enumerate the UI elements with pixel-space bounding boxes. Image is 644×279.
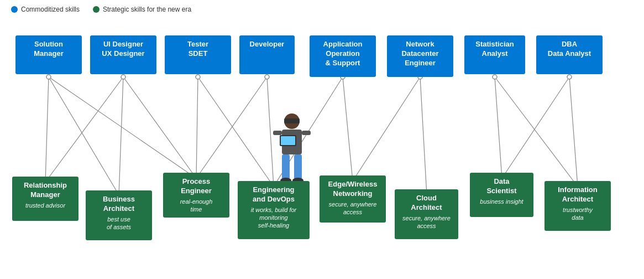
app-operation-box: ApplicationOperation& Support: [310, 35, 376, 77]
svg-point-25: [567, 75, 572, 79]
diagram: SolutionManager UI DesignerUX Designer T…: [0, 19, 644, 273]
svg-line-11: [343, 77, 353, 181]
svg-line-15: [495, 77, 578, 187]
svg-point-24: [493, 75, 497, 79]
svg-line-14: [495, 77, 502, 178]
data-scientist-box: DataScientist business insight: [470, 173, 533, 217]
svg-point-20: [196, 75, 200, 79]
network-datacenter-box: NetworkDatacenterEngineer: [387, 35, 453, 77]
legend: Commoditized skills Strategic skills for…: [0, 0, 644, 19]
svg-line-17: [569, 77, 578, 187]
process-engineer-box: ProcessEngineer real-enoughtime: [163, 173, 229, 218]
svg-line-7: [198, 77, 274, 187]
strategic-legend: Strategic skills for the new era: [93, 6, 191, 13]
strategic-dot: [93, 6, 100, 13]
svg-line-13: [420, 77, 427, 195]
cloud-architect-box: CloudArchitect secure, anywhereaccess: [395, 189, 458, 239]
svg-line-3: [45, 77, 123, 182]
developer-box: Developer: [239, 35, 295, 74]
svg-rect-41: [282, 154, 290, 179]
svg-line-5: [123, 77, 196, 178]
commoditized-legend: Commoditized skills: [11, 6, 80, 13]
svg-line-0: [45, 77, 49, 182]
svg-point-19: [121, 75, 125, 79]
engineering-devops-box: Engineeringand DevOps it works, build fo…: [238, 181, 310, 239]
information-architect-box: InformationArchitect trustworthydata: [544, 181, 611, 231]
tester-box: TesterSDET: [165, 35, 231, 74]
svg-line-16: [502, 77, 569, 178]
svg-rect-38: [302, 131, 311, 135]
relationship-manager-box: RelationshipManager trusted advisor: [12, 177, 78, 221]
svg-rect-42: [294, 154, 302, 179]
svg-line-6: [196, 77, 198, 178]
svg-rect-35: [284, 118, 300, 123]
commoditized-dot: [11, 6, 18, 13]
commoditized-label: Commoditized skills: [21, 6, 80, 13]
solution-manager-box: SolutionManager: [15, 35, 82, 74]
dba-box: DBAData Analyst: [536, 35, 603, 74]
svg-line-8: [196, 77, 267, 178]
svg-line-4: [119, 77, 123, 195]
person-figure: [270, 107, 314, 190]
svg-line-2: [49, 77, 196, 178]
ui-designer-box: UI DesignerUX Designer: [90, 35, 156, 74]
edge-networking-box: Edge/WirelessNetworking secure, anywhere…: [320, 175, 386, 223]
svg-rect-37: [273, 131, 282, 135]
svg-rect-40: [281, 136, 295, 145]
statistician-box: StatisticianAnalyst: [464, 35, 525, 74]
svg-point-21: [265, 75, 269, 79]
svg-line-12: [353, 77, 420, 181]
svg-point-18: [46, 75, 51, 79]
business-architect-box: BusinessArchitect best useof assets: [86, 190, 152, 240]
strategic-label: Strategic skills for the new era: [103, 6, 191, 13]
